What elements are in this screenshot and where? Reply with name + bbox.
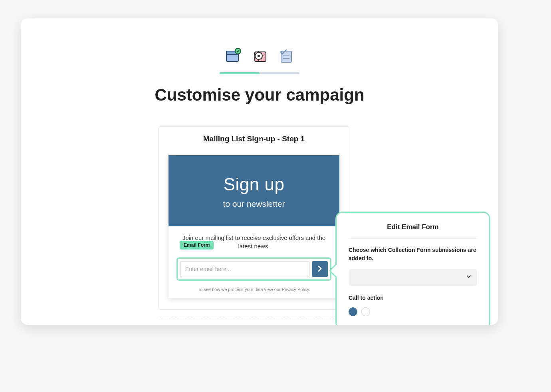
signup-hero-heading: Sign up <box>172 174 335 194</box>
chevron-down-icon <box>466 274 472 281</box>
email-submit-button[interactable] <box>312 261 328 277</box>
cta-color-swatches <box>349 307 477 316</box>
email-input[interactable] <box>180 261 309 277</box>
cta-color-blue[interactable] <box>349 307 357 316</box>
edit-email-form-panel: Edit Email Form Choose which Collection … <box>335 212 490 325</box>
collection-form-label: Choose which Collection Form submissions… <box>349 246 477 263</box>
preview-step1: Mailing List Sign-up - Step 1 Sign up to… <box>159 126 349 310</box>
wizard-progress-fill <box>220 72 260 74</box>
email-form-highlight[interactable] <box>176 257 331 281</box>
signup-card: Sign up to our newsletter Join our maili… <box>168 155 339 298</box>
email-form-tag: Email Form <box>180 241 214 249</box>
cta-color-white[interactable] <box>361 307 370 316</box>
wizard-progress <box>220 72 299 74</box>
document-check-icon <box>277 47 295 66</box>
svg-point-5 <box>258 55 260 57</box>
signup-hero: Sign up to our newsletter <box>168 155 339 226</box>
wizard-icon-row <box>224 47 295 66</box>
privacy-note: To see how we process your data view our… <box>176 287 331 292</box>
collection-form-select[interactable] <box>349 269 477 286</box>
gear-icon <box>251 47 268 66</box>
preview-step1-title: Mailing List Sign-up - Step 1 <box>168 135 339 143</box>
chevron-right-icon <box>317 265 323 273</box>
cta-label: Call to action <box>349 295 477 301</box>
signup-hero-sub: to our newsletter <box>172 199 335 209</box>
box-check-icon <box>224 47 242 66</box>
step-divider <box>159 319 349 319</box>
edit-panel-title: Edit Email Form <box>349 223 477 239</box>
page-title: Customise your campaign <box>21 85 498 105</box>
